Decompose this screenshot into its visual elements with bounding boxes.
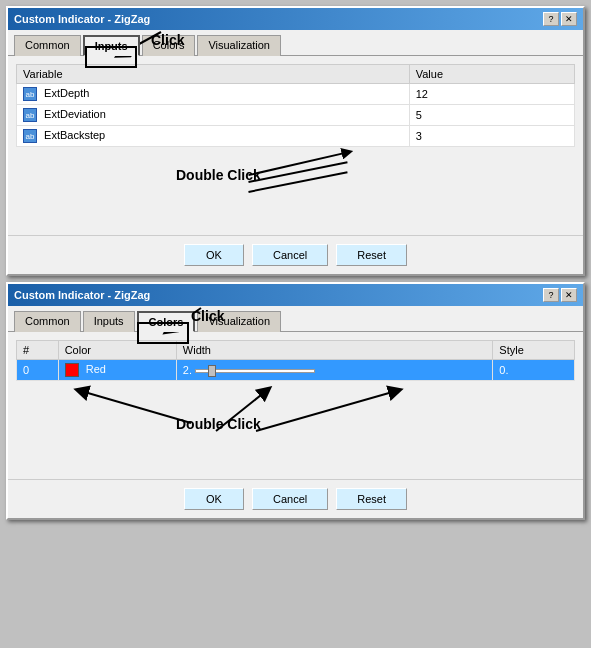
reset-button-2[interactable]: Reset	[336, 488, 407, 510]
dialog2-window: Custom Indicator - ZigZag ? ✕ Common Inp…	[6, 282, 585, 520]
color-row-width: 2.	[176, 360, 492, 381]
row1-icon: ab	[23, 87, 37, 101]
row3-value[interactable]: 3	[409, 126, 574, 147]
dialog2-title: Custom Indicator - ZigZag	[14, 289, 150, 301]
tabs-bar-1: Common Inputs Colors Visualization	[8, 30, 583, 56]
col-color: Color	[58, 341, 176, 360]
dialog1: Custom Indicator - ZigZag ? ✕ Common Inp…	[6, 6, 585, 276]
title-bar-buttons-2: ? ✕	[543, 288, 577, 302]
col-hash: #	[17, 341, 59, 360]
width-slider[interactable]	[195, 369, 315, 373]
col-value: Value	[409, 65, 574, 84]
dialog2: Custom Indicator - ZigZag ? ✕ Common Inp…	[6, 282, 585, 520]
tab-colors-2[interactable]: Colors	[137, 311, 196, 332]
tab-inputs-2[interactable]: Inputs	[83, 311, 135, 332]
colors-table: # Color Width Style 0 Red 2.	[16, 340, 575, 381]
table-row[interactable]: ab ExtDeviation 5	[17, 105, 575, 126]
svg-line-0	[249, 153, 348, 176]
dialog2-footer: OK Cancel Reset	[8, 479, 583, 518]
tab-common-2[interactable]: Common	[14, 311, 81, 332]
row3-variable: ab ExtBackstep	[17, 126, 410, 147]
tab-common-1[interactable]: Common	[14, 35, 81, 56]
svg-line-2	[249, 172, 348, 192]
col-style: Style	[493, 341, 575, 360]
row2-value[interactable]: 5	[409, 105, 574, 126]
col-variable: Variable	[17, 65, 410, 84]
title-bar-1: Custom Indicator - ZigZag ? ✕	[8, 8, 583, 30]
dialog1-footer: OK Cancel Reset	[8, 235, 583, 274]
help-button-1[interactable]: ?	[543, 12, 559, 26]
row1-value[interactable]: 12	[409, 84, 574, 105]
row2-variable: ab ExtDeviation	[17, 105, 410, 126]
dialog1-content: Variable Value ab ExtDepth 12 ab	[8, 56, 583, 235]
title-bar-2: Custom Indicator - ZigZag ? ✕	[8, 284, 583, 306]
row2-icon: ab	[23, 108, 37, 122]
arrows-2	[16, 381, 575, 471]
slider-thumb	[208, 365, 216, 377]
table-row[interactable]: ab ExtDepth 12	[17, 84, 575, 105]
ok-button-1[interactable]: OK	[184, 244, 244, 266]
cancel-button-1[interactable]: Cancel	[252, 244, 328, 266]
color-row-color: Red	[58, 360, 176, 381]
svg-line-4	[81, 391, 191, 423]
close-button-2[interactable]: ✕	[561, 288, 577, 302]
double-click-label-1: Double Click	[176, 167, 261, 183]
ok-button-2[interactable]: OK	[184, 488, 244, 510]
color-row-style: 0.	[493, 360, 575, 381]
reset-button-1[interactable]: Reset	[336, 244, 407, 266]
row3-icon: ab	[23, 129, 37, 143]
svg-line-5	[216, 391, 266, 431]
row1-variable: ab ExtDepth	[17, 84, 410, 105]
dialog1-window: Custom Indicator - ZigZag ? ✕ Common Inp…	[6, 6, 585, 276]
annotation-area-2: Double Click	[16, 381, 575, 471]
color-row-index: 0	[17, 360, 59, 381]
tabs-bar-2: Common Inputs Colors Visualization	[8, 306, 583, 332]
title-bar-buttons-1: ? ✕	[543, 12, 577, 26]
colors-table-row[interactable]: 0 Red 2. 0.	[17, 360, 575, 381]
tab-visualization-2[interactable]: Visualization	[197, 311, 281, 332]
annotation-area-1: Double Click	[16, 147, 575, 227]
cancel-button-2[interactable]: Cancel	[252, 488, 328, 510]
inputs-table: Variable Value ab ExtDepth 12 ab	[16, 64, 575, 147]
color-swatch	[65, 363, 79, 377]
dialog2-content: # Color Width Style 0 Red 2.	[8, 332, 583, 479]
tab-inputs-1[interactable]: Inputs	[83, 35, 140, 56]
svg-line-6	[256, 391, 396, 431]
dialog1-title: Custom Indicator - ZigZag	[14, 13, 150, 25]
arrows-1	[16, 147, 575, 227]
double-click-label-2: Double Click	[176, 416, 261, 432]
tab-visualization-1[interactable]: Visualization	[197, 35, 281, 56]
tab-colors-1[interactable]: Colors	[142, 35, 196, 56]
close-button-1[interactable]: ✕	[561, 12, 577, 26]
table-row[interactable]: ab ExtBackstep 3	[17, 126, 575, 147]
col-width: Width	[176, 341, 492, 360]
svg-line-1	[249, 163, 348, 183]
help-button-2[interactable]: ?	[543, 288, 559, 302]
